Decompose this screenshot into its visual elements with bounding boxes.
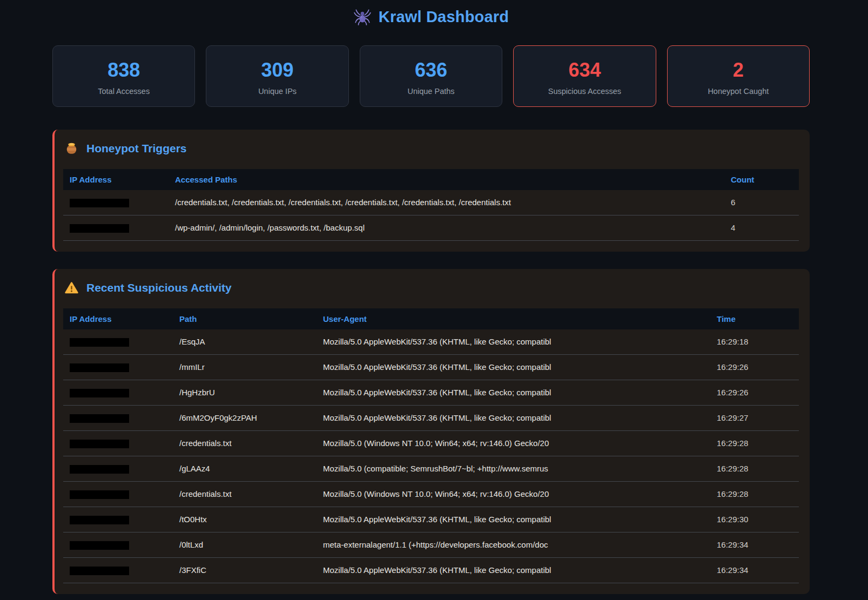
stat-label: Unique IPs [211, 87, 344, 96]
stat-label: Suspicious Accesses [518, 87, 651, 96]
stat-card-total-accesses: 838 Total Accesses [52, 45, 195, 107]
ip-cell [63, 405, 173, 430]
time-cell: 16:29:28 [710, 430, 799, 456]
suspicious-activity-table: IP Address Path User-Agent Time /EsqJA M… [63, 308, 799, 583]
stat-card-unique-paths: 636 Unique Paths [360, 45, 502, 107]
stat-card-suspicious-accesses: 634 Suspicious Accesses [513, 45, 656, 107]
ip-cell [63, 481, 173, 507]
redacted-ip-bar [70, 224, 129, 233]
stat-label: Total Accesses [57, 87, 190, 96]
stat-label: Honeypot Caught [672, 87, 805, 96]
ip-cell [63, 557, 173, 583]
table-row: /gLAAz4 Mozilla/5.0 (compatible; Semrush… [63, 456, 799, 481]
stat-value: 2 [672, 59, 805, 81]
page-title: Krawl Dashboard [379, 8, 509, 26]
column-header-time: Time [710, 308, 799, 329]
path-cell: /gLAAz4 [173, 456, 317, 481]
count-cell: 6 [724, 190, 799, 215]
ip-cell [63, 380, 173, 405]
table-row: /EsqJA Mozilla/5.0 AppleWebKit/537.36 (K… [63, 329, 799, 355]
stat-value: 634 [518, 59, 651, 81]
time-cell: 16:29:27 [710, 405, 799, 430]
table-row: /tO0Htx Mozilla/5.0 AppleWebKit/537.36 (… [63, 507, 799, 532]
section-header: Honeypot Triggers [63, 141, 799, 156]
honeypot-icon [64, 141, 79, 156]
redacted-ip-bar [70, 414, 129, 423]
path-cell: /0ltLxd [173, 532, 317, 557]
accessed-paths-cell: /credentials.txt, /credentials.txt, /cre… [169, 190, 724, 215]
ip-cell [63, 456, 173, 481]
recent-suspicious-activity-section: Recent Suspicious Activity IP Address Pa… [52, 269, 810, 594]
time-cell: 16:29:28 [710, 456, 799, 481]
time-cell: 16:29:26 [710, 380, 799, 405]
redacted-ip-bar [70, 516, 129, 524]
ip-cell [63, 329, 173, 355]
path-cell: /credentials.txt [173, 430, 317, 456]
stat-value: 636 [365, 59, 497, 81]
column-header-path: Path [173, 308, 317, 329]
table-row: /credentials.txt Mozilla/5.0 (Windows NT… [63, 481, 799, 507]
column-header-accessed-paths: Accessed Paths [169, 169, 724, 190]
stat-card-honeypot-caught: 2 Honeypot Caught [667, 45, 810, 107]
time-cell: 16:29:34 [710, 532, 799, 557]
user-agent-cell: Mozilla/5.0 AppleWebKit/537.36 (KHTML, l… [317, 380, 710, 405]
column-header-ip: IP Address [63, 308, 173, 329]
path-cell: /credentials.txt [173, 481, 317, 507]
accessed-paths-cell: /wp-admin/, /admin/login, /passwords.txt… [169, 215, 724, 240]
user-agent-cell: Mozilla/5.0 (compatible; SemrushBot/7~bl… [317, 456, 710, 481]
redacted-ip-bar [70, 389, 129, 397]
time-cell: 16:29:28 [710, 481, 799, 507]
user-agent-cell: Mozilla/5.0 AppleWebKit/537.36 (KHTML, l… [317, 507, 710, 532]
honeypot-triggers-section: Honeypot Triggers IP Address Accessed Pa… [52, 130, 810, 252]
path-cell: /tO0Htx [173, 507, 317, 532]
user-agent-cell: Mozilla/5.0 AppleWebKit/537.36 (KHTML, l… [317, 329, 710, 355]
ip-cell [63, 430, 173, 456]
redacted-ip-bar [70, 338, 129, 347]
table-row: /credentials.txt Mozilla/5.0 (Windows NT… [63, 430, 799, 456]
user-agent-cell: Mozilla/5.0 AppleWebKit/537.36 (KHTML, l… [317, 405, 710, 430]
time-cell: 16:29:18 [710, 329, 799, 355]
honeypot-table: IP Address Accessed Paths Count /credent… [63, 169, 799, 241]
count-cell: 4 [724, 215, 799, 240]
section-title: Honeypot Triggers [86, 142, 187, 155]
stat-card-unique-ips: 309 Unique IPs [206, 45, 348, 107]
redacted-ip-bar [70, 363, 129, 372]
path-cell: /6mM2OyF0gk2zPAH [173, 405, 317, 430]
time-cell: 16:29:30 [710, 507, 799, 532]
redacted-ip-bar [70, 567, 129, 575]
time-cell: 16:29:34 [710, 557, 799, 583]
user-agent-cell: Mozilla/5.0 (Windows NT 10.0; Win64; x64… [317, 430, 710, 456]
user-agent-cell: meta-externalagent/1.1 (+https://develop… [317, 532, 710, 557]
app-header: Krawl Dashboard [52, 8, 810, 26]
table-header-row: IP Address Accessed Paths Count [63, 169, 799, 190]
redacted-ip-bar [70, 465, 129, 474]
warning-icon [64, 281, 79, 295]
path-cell: /EsqJA [173, 329, 317, 355]
column-header-ip: IP Address [63, 169, 169, 190]
ip-cell [63, 354, 173, 380]
redacted-ip-bar [70, 490, 129, 499]
ip-cell [63, 215, 169, 240]
ip-cell [63, 190, 169, 215]
user-agent-cell: Mozilla/5.0 AppleWebKit/537.36 (KHTML, l… [317, 557, 710, 583]
time-cell: 16:29:26 [710, 354, 799, 380]
user-agent-cell: Mozilla/5.0 (Windows NT 10.0; Win64; x64… [317, 481, 710, 507]
column-header-user-agent: User-Agent [317, 308, 710, 329]
stat-value: 838 [57, 59, 190, 81]
path-cell: /3FXfiC [173, 557, 317, 583]
user-agent-cell: Mozilla/5.0 AppleWebKit/537.36 (KHTML, l… [317, 354, 710, 380]
stat-label: Unique Paths [365, 87, 497, 96]
redacted-ip-bar [70, 440, 129, 448]
table-row: /3FXfiC Mozilla/5.0 AppleWebKit/537.36 (… [63, 557, 799, 583]
stats-row: 838 Total Accesses 309 Unique IPs 636 Un… [52, 45, 810, 107]
table-row: /wp-admin/, /admin/login, /passwords.txt… [63, 215, 799, 240]
column-header-count: Count [724, 169, 799, 190]
stat-value: 309 [211, 59, 344, 81]
redacted-ip-bar [70, 199, 129, 207]
table-row: /HgHzbrU Mozilla/5.0 AppleWebKit/537.36 … [63, 380, 799, 405]
table-row: /mmILr Mozilla/5.0 AppleWebKit/537.36 (K… [63, 354, 799, 380]
path-cell: /HgHzbrU [173, 380, 317, 405]
dashboard: Krawl Dashboard 838 Total Accesses 309 U… [52, 0, 810, 594]
section-title: Recent Suspicious Activity [86, 281, 232, 294]
table-row: /6mM2OyF0gk2zPAH Mozilla/5.0 AppleWebKit… [63, 405, 799, 430]
